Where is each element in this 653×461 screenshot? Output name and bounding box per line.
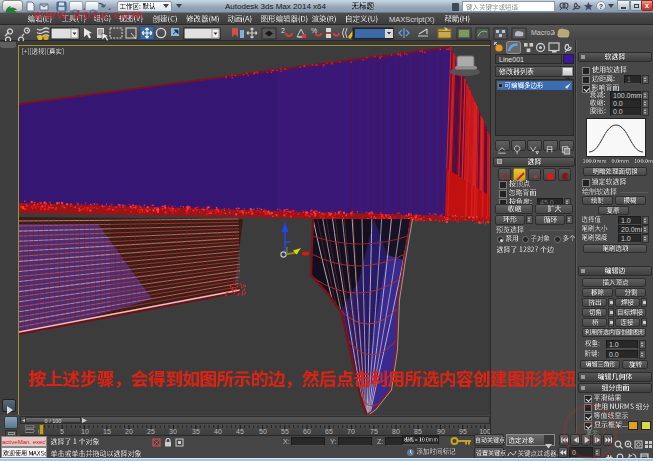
svg-text:2: 2: [281, 27, 285, 34]
svg-text:%: %: [311, 27, 317, 34]
svg-text:Macro2: Macro2: [531, 29, 554, 36]
